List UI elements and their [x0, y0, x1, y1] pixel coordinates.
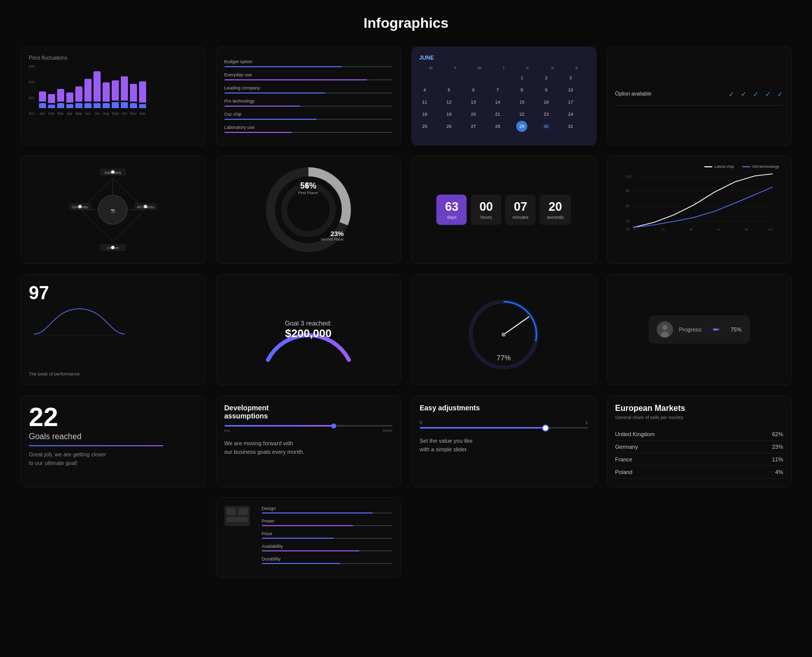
- rating-bar-track: [262, 525, 393, 526]
- bar-purple: [112, 80, 119, 101]
- cal-day[interactable]: 10: [565, 84, 576, 96]
- bar-blue: [57, 103, 64, 108]
- cal-day[interactable]: 5: [443, 84, 455, 96]
- cal-day[interactable]: 28: [492, 121, 503, 132]
- hbar-track: [224, 79, 393, 80]
- svg-point-48: [661, 332, 669, 338]
- countdown-number: 20: [547, 200, 564, 214]
- rating-bar-fill: [262, 538, 334, 539]
- cal-day[interactable]: 11: [419, 97, 430, 108]
- bar-chart-area: Jan Feb Mar Apr May Jun Jul Aug Sept Oct: [39, 65, 146, 115]
- cal-day[interactable]: 23: [540, 109, 552, 120]
- bar-purple: [121, 76, 128, 101]
- cal-day[interactable]: 9: [540, 84, 552, 96]
- bar-col: Mar: [57, 89, 64, 115]
- bar-blue: [130, 103, 137, 108]
- dev-slider-thumb[interactable]: [331, 424, 336, 429]
- countdown-label: seconds: [547, 215, 564, 220]
- cal-day[interactable]: 19: [443, 109, 455, 120]
- check-mark: ✓: [777, 90, 783, 98]
- euro-pct: 23%: [772, 444, 783, 450]
- cal-day[interactable]: 20: [468, 109, 479, 120]
- cal-day[interactable]: 30: [540, 121, 552, 132]
- euro-country: France: [615, 456, 633, 462]
- cal-day[interactable]: 13: [468, 97, 479, 108]
- svg-text:0: 0: [634, 228, 636, 231]
- options-card: Option available ✓✓✓✓✓: [607, 46, 792, 146]
- cal-day: [419, 72, 430, 83]
- countdown-box: 00 hours: [471, 195, 501, 225]
- euro-country: United Kingdom: [615, 431, 655, 437]
- cal-day[interactable]: 7: [492, 84, 503, 96]
- cal-day[interactable]: 4: [419, 84, 430, 96]
- rating-item-label: Power: [262, 519, 393, 524]
- cal-day[interactable]: 27: [468, 121, 479, 132]
- bar-blue: [48, 105, 55, 108]
- cal-day[interactable]: 22: [516, 109, 527, 120]
- cal-day: [443, 72, 455, 83]
- bell-number: 97: [29, 283, 197, 304]
- bar-label: Dec: [140, 112, 146, 115]
- svg-point-18: [78, 205, 82, 208]
- svg-text:100: 100: [768, 228, 773, 231]
- bar-col: Jul: [94, 71, 101, 115]
- bar-label: Mar: [58, 112, 64, 115]
- bar-purple: [57, 89, 64, 102]
- cal-day[interactable]: 18: [419, 109, 430, 120]
- bar-blue: [103, 103, 110, 108]
- check-mark: ✓: [729, 90, 735, 98]
- cal-day[interactable]: 17: [565, 97, 576, 108]
- cal-day[interactable]: 6: [468, 84, 479, 96]
- cal-day[interactable]: 1: [516, 72, 527, 83]
- hbar-track: [224, 106, 393, 107]
- bar-blue: [39, 103, 46, 108]
- cal-day[interactable]: 2: [540, 72, 552, 83]
- rating-item-label: Availability: [262, 544, 393, 549]
- option-label: Option available: [615, 91, 652, 97]
- bar-label: Feb: [49, 112, 55, 115]
- euro-row: United Kingdom 62%: [615, 428, 784, 441]
- donut-56-sublabel: First Place!: [298, 191, 319, 195]
- bar-col: Dec: [139, 81, 146, 115]
- cal-day[interactable]: 8: [516, 84, 527, 96]
- goal-title: Goal 3 reached:: [285, 319, 332, 327]
- cal-day[interactable]: 31: [565, 121, 576, 132]
- network-svg: 📷 Subscribers Companies Ad Services Crea…: [62, 164, 163, 255]
- easy-slider-thumb[interactable]: [542, 425, 549, 432]
- bar-purple: [139, 81, 146, 103]
- cal-day[interactable]: 29: [516, 121, 527, 132]
- svg-text:80: 80: [625, 189, 629, 193]
- cal-day[interactable]: 12: [443, 97, 455, 108]
- cal-day[interactable]: 16: [540, 97, 552, 108]
- euro-row: Germany 23%: [615, 441, 784, 453]
- cal-day[interactable]: 21: [492, 109, 503, 120]
- svg-point-20: [111, 246, 115, 249]
- cal-day[interactable]: 26: [443, 121, 455, 132]
- euro-pct: 62%: [772, 431, 783, 437]
- cal-day[interactable]: 3: [565, 72, 576, 83]
- svg-text:📷: 📷: [111, 208, 115, 213]
- linechart-label2: Old technology: [752, 164, 779, 169]
- rating-item-label: Durability: [262, 556, 393, 561]
- rating-rows: Design Power Price Availability Durabili…: [262, 506, 393, 569]
- check-mark: ✓: [741, 90, 747, 98]
- bar-blue: [84, 103, 92, 108]
- linechart-card: Latest chip Old technology 100 80 60 40 …: [607, 156, 792, 264]
- cal-day[interactable]: 24: [565, 109, 576, 120]
- goals-reached-subtitle: Goals reached: [29, 432, 197, 441]
- bar-col: Oct: [121, 76, 128, 115]
- hbar-track: [224, 119, 393, 120]
- bar-label: Apr: [67, 112, 72, 115]
- cal-day[interactable]: 25: [419, 121, 430, 132]
- option-row: Option available ✓✓✓✓✓: [615, 87, 784, 101]
- hbar-fill: [224, 132, 292, 133]
- cal-day[interactable]: 15: [516, 97, 527, 108]
- cal-day[interactable]: 14: [492, 97, 503, 108]
- svg-rect-50: [227, 508, 236, 515]
- hbar-item: Our chip: [224, 112, 393, 120]
- countdown-number: 07: [512, 200, 528, 214]
- countdown-number: 63: [443, 200, 460, 214]
- rating-item-label: Design: [262, 506, 393, 511]
- svg-text:80: 80: [745, 228, 748, 231]
- bell-subtitle: The peak of performance: [29, 371, 197, 377]
